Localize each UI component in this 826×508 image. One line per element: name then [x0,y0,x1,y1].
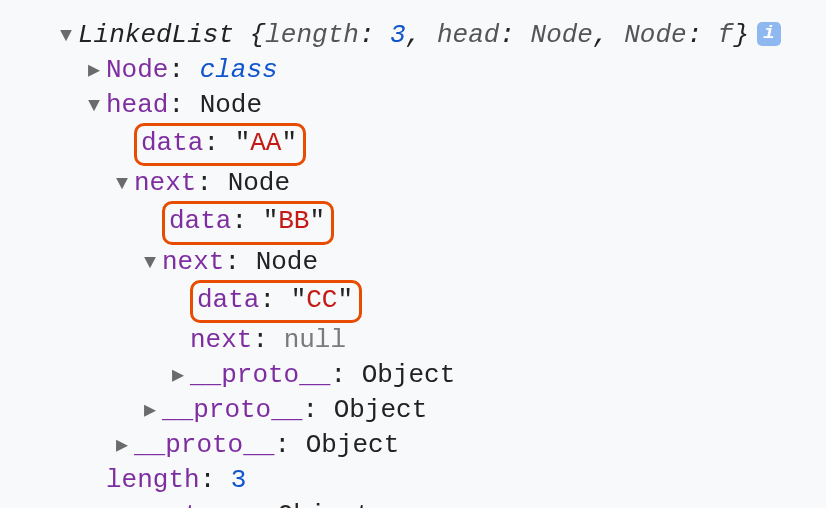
property-row-next[interactable]: ▼ next : Node [60,245,786,280]
property-row-proto[interactable]: ▶ __proto__ : Object [60,428,786,463]
brace-open: { [234,18,265,53]
prop-val-object: Object [334,393,428,428]
prop-val-object: Object [306,428,400,463]
info-icon[interactable]: i [757,22,781,46]
prop-val-object: Object [362,358,456,393]
triangle-right-icon[interactable]: ▶ [88,502,106,508]
constructor-name: LinkedList [78,18,234,53]
quote-icon: " [263,204,279,239]
prop-val-null: null [284,323,346,358]
summary-key-length: length [265,18,359,53]
prop-val-class: class [200,53,278,88]
summary-key-head: head [437,18,499,53]
prop-key: __proto__ [106,498,246,508]
prop-key: next [162,245,224,280]
object-summary-row[interactable]: ▼ LinkedList { length : 3 , head : Node … [60,18,786,53]
summary-key-node: Node [624,18,686,53]
property-row-data-cc[interactable]: data : " CC " [60,280,786,323]
property-row-data-aa[interactable]: data : " AA " [60,123,786,166]
prop-val-node: Node [256,245,318,280]
summary-val-head: Node [531,18,593,53]
quote-icon: " [281,126,297,161]
property-row-proto[interactable]: ▶ __proto__ : Object [60,498,786,508]
string-value: CC [306,283,337,318]
highlight-box-bb: data : " BB " [162,201,334,244]
triangle-right-icon[interactable]: ▶ [88,57,106,84]
property-row-next-null[interactable]: next : null [60,323,786,358]
triangle-down-icon[interactable]: ▼ [144,249,162,276]
property-row-proto[interactable]: ▶ __proto__ : Object [60,358,786,393]
quote-icon: " [235,126,251,161]
prop-key: length [106,463,200,498]
quote-icon: " [291,283,307,318]
prop-key: Node [106,53,168,88]
prop-val-node: Node [228,166,290,201]
highlight-box-aa: data : " AA " [134,123,306,166]
prop-key: data [141,126,203,161]
prop-val-node: Node [200,88,262,123]
prop-val-number: 3 [231,463,247,498]
prop-key: head [106,88,168,123]
property-row-length[interactable]: length : 3 [60,463,786,498]
property-row-head[interactable]: ▼ head : Node [60,88,786,123]
prop-key: __proto__ [190,358,330,393]
string-value: BB [278,204,309,239]
property-row-proto[interactable]: ▶ __proto__ : Object [60,393,786,428]
highlight-box-cc: data : " CC " [190,280,362,323]
property-row-node[interactable]: ▶ Node : class [60,53,786,88]
triangle-down-icon[interactable]: ▼ [60,22,78,49]
property-row-data-bb[interactable]: data : " BB " [60,201,786,244]
triangle-down-icon[interactable]: ▼ [116,170,134,197]
quote-icon: " [337,283,353,318]
brace-close: } [733,18,749,53]
prop-key: __proto__ [162,393,302,428]
prop-val-object: Object [278,498,372,508]
prop-key: next [190,323,252,358]
prop-key: __proto__ [134,428,274,463]
summary-val-length: 3 [390,18,406,53]
triangle-right-icon[interactable]: ▶ [172,362,190,389]
quote-icon: " [309,204,325,239]
triangle-right-icon[interactable]: ▶ [116,432,134,459]
string-value: AA [250,126,281,161]
summary-val-f: f [718,18,734,53]
prop-key: data [169,204,231,239]
triangle-down-icon[interactable]: ▼ [88,92,106,119]
prop-key: data [197,283,259,318]
prop-key: next [134,166,196,201]
triangle-right-icon[interactable]: ▶ [144,397,162,424]
property-row-next[interactable]: ▼ next : Node [60,166,786,201]
